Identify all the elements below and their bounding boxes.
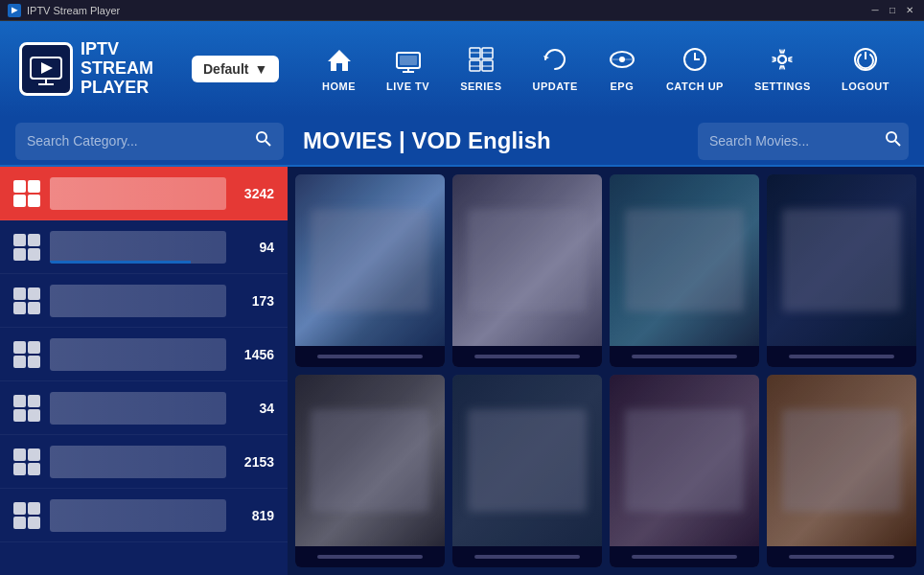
- title-bar-left: ▶ IPTV Stream Player: [8, 4, 120, 17]
- nav-series[interactable]: SERIES: [445, 38, 517, 100]
- app-icon: ▶: [8, 4, 21, 17]
- svg-marker-4: [328, 50, 351, 71]
- nav-logout[interactable]: LOGOUT: [826, 38, 905, 100]
- logout-icon: [852, 46, 879, 77]
- sidebar-thumbnail: [50, 338, 226, 371]
- sidebar-item-5[interactable]: 2153: [0, 435, 288, 489]
- nav-update-label: UPDATE: [532, 80, 577, 92]
- search-bar: MOVIES | VOD English: [0, 117, 924, 167]
- svg-line-26: [266, 141, 270, 146]
- movie-search-container: [698, 123, 909, 160]
- page-title: MOVIES | VOD English: [284, 127, 698, 154]
- sidebar-count-0: 3242: [236, 186, 274, 201]
- nav-home-label: HOME: [322, 80, 356, 92]
- nav-series-label: SERIES: [460, 80, 501, 92]
- svg-marker-3: [41, 62, 53, 74]
- sidebar-count-2: 173: [236, 293, 274, 309]
- movie-grid: [288, 167, 924, 575]
- profile-selector[interactable]: Default ▼: [192, 56, 279, 82]
- nav-home[interactable]: HOME: [307, 38, 371, 100]
- catchup-icon: [681, 46, 708, 77]
- sidebar-thumbnail: [50, 177, 226, 210]
- logo-icon: [19, 42, 73, 96]
- sidebar-item-1[interactable]: 94: [0, 220, 288, 274]
- movie-card-6[interactable]: [452, 375, 602, 567]
- grid-icon: [13, 502, 40, 529]
- sidebar-thumbnail: [50, 231, 226, 264]
- nav-settings[interactable]: SETTINGS: [739, 38, 826, 100]
- sidebar-thumbnail: [50, 446, 226, 478]
- movie-card-8[interactable]: [767, 375, 916, 567]
- movie-card-5[interactable]: [295, 375, 445, 567]
- movie-card-2[interactable]: [452, 174, 602, 367]
- update-icon: [542, 46, 568, 77]
- epg-icon: [609, 46, 635, 77]
- sidebar-count-1: 94: [236, 240, 274, 255]
- nav-epg-label: EPG: [611, 80, 635, 92]
- svg-point-22: [778, 56, 786, 63]
- logo-area: IPTV STREAM PLAYER: [19, 40, 173, 97]
- grid-icon: [13, 288, 40, 314]
- movie-search-button[interactable]: [885, 130, 902, 152]
- category-search-input[interactable]: [27, 133, 247, 149]
- sidebar-count-4: 34: [236, 401, 274, 416]
- livetv-icon: [395, 46, 422, 77]
- sidebar-thumbnail: [50, 499, 226, 532]
- maximize-button[interactable]: □: [886, 4, 899, 17]
- nav-update[interactable]: UPDATE: [517, 38, 592, 100]
- header: IPTV STREAM PLAYER Default ▼ HOME: [0, 21, 924, 117]
- movie-card-7[interactable]: [610, 375, 759, 567]
- sidebar: 3242 94 173: [0, 167, 288, 575]
- grid-icon: [13, 234, 40, 261]
- home-icon: [326, 46, 353, 77]
- settings-icon: [769, 46, 796, 77]
- grid-icon: [13, 180, 40, 207]
- chevron-down-icon: ▼: [254, 61, 267, 77]
- category-search-button[interactable]: [255, 130, 272, 152]
- sidebar-count-3: 1456: [236, 347, 274, 362]
- nav-items: HOME LIVE TV: [298, 38, 905, 100]
- sidebar-item-4[interactable]: 34: [0, 381, 288, 435]
- nav-catchup[interactable]: CATCH UP: [651, 38, 739, 100]
- grid-icon: [13, 341, 40, 368]
- sidebar-count-5: 2153: [236, 454, 274, 470]
- title-bar: ▶ IPTV Stream Player ─ □ ✕: [0, 0, 924, 21]
- movie-search-input[interactable]: [709, 133, 877, 149]
- sidebar-thumbnail: [50, 392, 226, 425]
- nav-epg[interactable]: EPG: [593, 38, 651, 100]
- window-title: IPTV Stream Player: [27, 5, 120, 16]
- movie-card-3[interactable]: [610, 174, 759, 367]
- movie-card-1[interactable]: [295, 174, 445, 367]
- movie-card-4[interactable]: [767, 174, 916, 367]
- series-icon: [468, 46, 495, 77]
- sidebar-item-2[interactable]: 173: [0, 274, 288, 328]
- window-controls: ─ □ ✕: [868, 4, 916, 17]
- profile-label: Default: [203, 61, 248, 77]
- nav-livetv[interactable]: LIVE TV: [371, 38, 445, 100]
- sidebar-item-0[interactable]: 3242: [0, 167, 288, 220]
- sidebar-item-3[interactable]: 1456: [0, 328, 288, 381]
- svg-point-27: [887, 132, 896, 142]
- nav-livetv-label: LIVE TV: [386, 80, 429, 92]
- nav-catchup-label: CATCH UP: [666, 80, 724, 92]
- nav-settings-label: SETTINGS: [754, 80, 811, 92]
- svg-point-25: [257, 132, 266, 142]
- close-button[interactable]: ✕: [903, 4, 916, 17]
- main-content: 3242 94 173: [0, 167, 924, 575]
- sidebar-item-6[interactable]: 819: [0, 489, 288, 542]
- category-search-container: [15, 123, 284, 160]
- sidebar-thumbnail: [50, 285, 226, 317]
- grid-icon: [13, 395, 40, 422]
- nav-logout-label: LOGOUT: [842, 80, 889, 92]
- minimize-button[interactable]: ─: [868, 4, 882, 17]
- logo-text: IPTV STREAM PLAYER: [81, 40, 153, 97]
- sidebar-count-6: 819: [236, 508, 274, 523]
- grid-icon: [13, 448, 40, 475]
- svg-line-28: [895, 141, 900, 146]
- svg-rect-8: [400, 56, 417, 65]
